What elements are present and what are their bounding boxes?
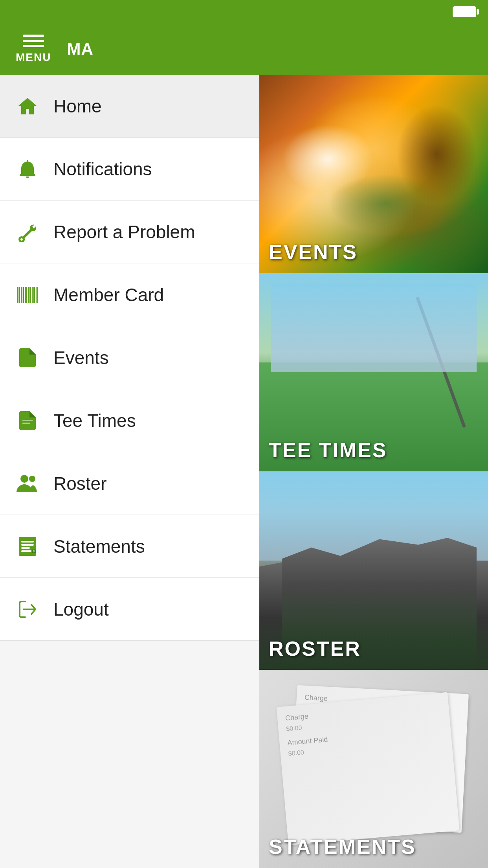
right-panel: EVENTS TEE TIMES ROSTER Charge $0. [259, 75, 488, 868]
sidebar-item-notifications[interactable]: Notifications [0, 138, 259, 200]
statements-tile-label: STATEMENTS [269, 835, 416, 859]
tee-times-tile[interactable]: TEE TIMES [259, 273, 488, 472]
wrench-icon [16, 220, 39, 244]
svg-rect-19 [21, 550, 32, 552]
menu-label: MENU [16, 51, 51, 64]
svg-rect-9 [36, 287, 37, 303]
events-tile-label: EVENTS [269, 240, 358, 264]
sidebar-item-tee-times[interactable]: Tee Times [0, 389, 259, 452]
statements-list-icon: $ [16, 535, 39, 558]
menu-line-2 [23, 40, 44, 42]
sidebar-item-logout-label: Logout [53, 599, 109, 620]
svg-rect-17 [21, 544, 34, 546]
bell-icon [16, 157, 39, 181]
sidebar-item-events[interactable]: Events [0, 326, 259, 389]
home-icon [16, 94, 39, 118]
tee-times-doc-icon [16, 409, 39, 432]
svg-rect-3 [23, 287, 24, 303]
roster-tile-label: ROSTER [269, 637, 361, 660]
sidebar-item-logout[interactable]: Logout [0, 578, 259, 641]
logout-icon [16, 598, 39, 621]
sidebar-item-home-label: Home [53, 96, 102, 117]
svg-text:$: $ [33, 550, 35, 553]
battery-icon [453, 6, 476, 17]
sidebar-item-report-label: Report a Problem [53, 221, 195, 243]
events-doc-icon [16, 346, 39, 370]
svg-rect-16 [21, 541, 34, 542]
svg-rect-10 [37, 287, 38, 303]
svg-rect-7 [32, 287, 33, 303]
events-tile[interactable]: EVENTS [259, 75, 488, 273]
sidebar-item-member-card[interactable]: Member Card [0, 263, 259, 326]
status-bar [0, 0, 488, 24]
tee-times-tile-label: TEE TIMES [269, 438, 387, 462]
sidebar-item-statements[interactable]: $ Statements [0, 515, 259, 578]
svg-rect-4 [25, 287, 27, 303]
svg-point-13 [20, 475, 28, 483]
statements-tile[interactable]: Charge $0.00 Amount Paid $0.00 Charge $0… [259, 670, 488, 868]
header-bar: MENU MA [0, 24, 488, 75]
sidebar-item-roster-label: Roster [53, 473, 106, 494]
roster-person-icon [16, 472, 39, 495]
sidebar-item-roster[interactable]: Roster [0, 452, 259, 515]
menu-line-1 [23, 35, 44, 37]
svg-point-14 [29, 476, 35, 482]
sidebar-item-notifications-label: Notifications [53, 158, 152, 180]
svg-rect-0 [17, 287, 18, 303]
header-title: MA [67, 40, 93, 59]
svg-rect-2 [21, 287, 22, 303]
sidebar-item-statements-label: Statements [53, 536, 145, 557]
barcode-icon [16, 283, 39, 307]
menu-button[interactable]: MENU [16, 35, 51, 64]
svg-rect-1 [19, 287, 20, 303]
svg-rect-5 [28, 287, 29, 303]
svg-rect-18 [21, 547, 30, 549]
sidebar: Home Notifications Report a Problem [0, 75, 259, 868]
svg-rect-11 [22, 420, 33, 421]
svg-rect-6 [29, 287, 31, 303]
main-content: Home Notifications Report a Problem [0, 75, 488, 868]
sidebar-item-report[interactable]: Report a Problem [0, 200, 259, 263]
sidebar-item-home[interactable]: Home [0, 75, 259, 138]
sidebar-item-member-card-label: Member Card [53, 284, 164, 305]
roster-tile[interactable]: ROSTER [259, 471, 488, 670]
sidebar-item-events-label: Events [53, 347, 109, 368]
svg-rect-12 [22, 423, 30, 424]
menu-line-3 [23, 45, 44, 47]
svg-rect-8 [33, 287, 35, 303]
sidebar-item-tee-times-label: Tee Times [53, 410, 136, 431]
